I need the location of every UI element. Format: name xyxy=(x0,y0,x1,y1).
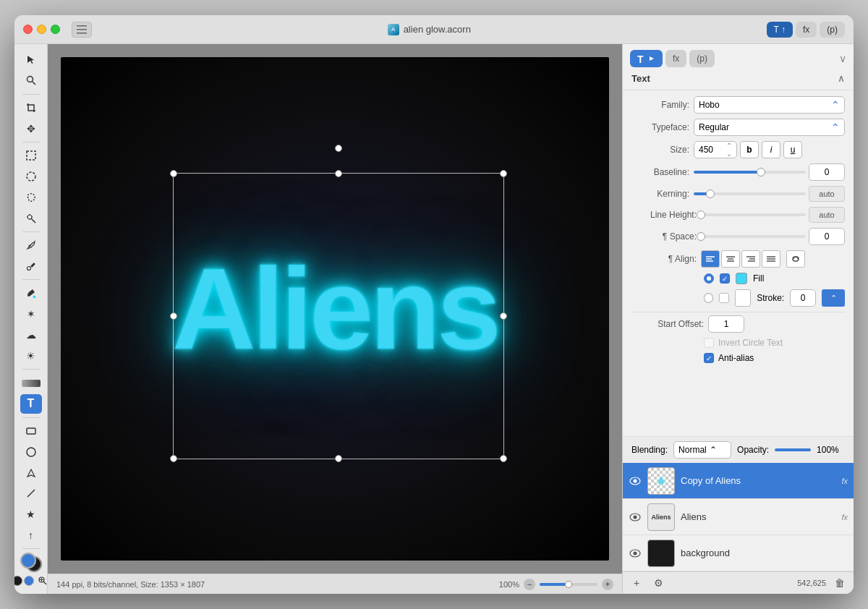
eyedropper-tool[interactable] xyxy=(20,257,42,276)
arrow-tool[interactable]: ↑ xyxy=(20,525,42,545)
sun-tool[interactable]: ☀ xyxy=(20,346,42,366)
fx-tool-button[interactable]: fx xyxy=(796,22,817,38)
pen-tool[interactable] xyxy=(20,236,42,255)
fx-panel-tab[interactable]: fx xyxy=(665,50,686,67)
zoom-out-button[interactable]: − xyxy=(524,579,535,590)
lasso-tool[interactable] xyxy=(20,187,42,207)
stroke-color-swatch[interactable] xyxy=(735,289,752,307)
link-align-button[interactable] xyxy=(786,250,805,268)
align-right-button[interactable] xyxy=(741,250,760,268)
layer-eye-background[interactable] xyxy=(629,547,642,560)
opacity-slider[interactable] xyxy=(775,448,811,451)
space-input[interactable] xyxy=(809,228,845,245)
baseline-slider[interactable] xyxy=(694,171,806,174)
svg-rect-6 xyxy=(27,151,35,160)
ellipse-select-tool[interactable] xyxy=(20,167,42,187)
background-color[interactable] xyxy=(24,576,34,586)
crop-tool[interactable] xyxy=(20,98,42,117)
zoom-slider-thumb[interactable] xyxy=(565,581,572,588)
cloud-tool[interactable]: ☁ xyxy=(20,325,42,345)
svg-point-17 xyxy=(33,295,35,298)
kerning-row: Kerning: auto xyxy=(631,186,845,202)
space-slider[interactable] xyxy=(701,235,806,238)
layer-item-aliens[interactable]: Aliens Aliens fx xyxy=(623,499,854,535)
stroke-checkbox[interactable] xyxy=(719,293,728,303)
sidebar-toggle-button[interactable] xyxy=(72,22,92,38)
type-tool[interactable]: T xyxy=(20,394,42,414)
layer-settings-button[interactable]: ⚙ xyxy=(650,575,666,591)
kerning-slider[interactable] xyxy=(694,192,806,195)
foreground-color[interactable] xyxy=(14,576,22,586)
close-button[interactable] xyxy=(23,25,33,34)
line-tool[interactable] xyxy=(20,484,42,503)
stroke-value-input[interactable] xyxy=(790,289,816,307)
maximize-button[interactable] xyxy=(51,25,60,34)
p-tool-button[interactable]: (p) xyxy=(820,22,845,38)
italic-button[interactable]: i xyxy=(762,141,780,158)
vector-pen-tool[interactable] xyxy=(20,463,42,482)
size-label: Size: xyxy=(631,145,689,155)
align-center-button[interactable] xyxy=(721,250,740,268)
handle-bottom-right[interactable] xyxy=(500,455,507,462)
p-panel-tab[interactable]: (p) xyxy=(689,50,715,67)
zoom-slider-track[interactable] xyxy=(540,583,597,586)
canvas-area[interactable]: Aliens xyxy=(48,44,622,574)
text-panel-tab[interactable]: T xyxy=(630,50,663,67)
layer-eye-aliens[interactable] xyxy=(629,511,642,524)
color-chips[interactable] xyxy=(20,553,42,572)
ellipse-tool[interactable] xyxy=(20,442,42,461)
layer-eye-copy-of-aliens[interactable] xyxy=(629,474,642,487)
lineheight-slider-thumb[interactable] xyxy=(697,210,705,219)
space-slider-thumb[interactable] xyxy=(697,232,705,241)
panel-collapse-button[interactable]: ∨ xyxy=(839,53,846,64)
bold-button[interactable]: b xyxy=(740,141,759,158)
stroke-style-dropdown[interactable]: ⌃ xyxy=(822,289,845,307)
baseline-slider-thumb[interactable] xyxy=(757,168,765,176)
handle-bottom-middle[interactable] xyxy=(335,455,342,462)
typeface-label: Typeface: xyxy=(631,122,689,132)
paint-bucket-tool[interactable] xyxy=(20,284,42,303)
family-select[interactable]: Hobo ⌃ xyxy=(694,96,845,114)
antialias-label: Anti-alias xyxy=(718,353,754,363)
text-tool-button[interactable]: T ↑ xyxy=(767,22,793,38)
heal-tool[interactable]: ✶ xyxy=(20,304,42,324)
size-stepper[interactable]: 450 ⌃⌄ xyxy=(694,141,737,158)
zoom-in-button[interactable]: + xyxy=(602,579,613,590)
zoom-tool-small[interactable] xyxy=(35,574,50,588)
align-left-button[interactable] xyxy=(701,250,720,268)
shape-tool[interactable] xyxy=(20,422,42,441)
blending-mode-select[interactable]: Normal ⌃ xyxy=(673,441,731,459)
underline-button[interactable]: u xyxy=(783,141,802,158)
fill-radio[interactable] xyxy=(704,273,714,284)
magic-wand-tool[interactable] xyxy=(20,208,42,228)
select-tool[interactable] xyxy=(20,50,42,69)
layer-item-copy-of-aliens[interactable]: A Copy of Aliens fx xyxy=(623,463,854,499)
fill-checkbox[interactable]: ✓ xyxy=(720,273,730,284)
start-offset-input[interactable] xyxy=(708,315,744,333)
right-panel: T fx (p) ∨ Text ∧ Family: xyxy=(622,44,854,594)
antialias-checkbox[interactable]: ✓ xyxy=(704,353,714,363)
gradient-tool[interactable] xyxy=(20,373,42,393)
align-justify-button[interactable] xyxy=(762,250,780,268)
delete-layer-button[interactable]: 🗑 xyxy=(832,575,848,591)
star-tool[interactable]: ★ xyxy=(20,505,42,524)
transform-tool[interactable]: ✥ xyxy=(20,119,42,138)
handle-bottom-left[interactable] xyxy=(170,455,177,462)
zoom-tool[interactable] xyxy=(20,71,42,90)
baseline-input[interactable] xyxy=(809,163,845,181)
lineheight-slider[interactable] xyxy=(701,213,806,216)
stroke-radio[interactable] xyxy=(704,293,713,303)
rectangle-select-tool[interactable] xyxy=(20,146,42,166)
add-layer-button[interactable]: + xyxy=(629,575,644,591)
typeface-select-arrow: ⌃ xyxy=(831,122,840,133)
invert-circle-checkbox[interactable] xyxy=(704,338,714,348)
fill-color-swatch[interactable] xyxy=(736,273,747,284)
kerning-slider-thumb[interactable] xyxy=(706,189,715,198)
layer-item-background[interactable]: background xyxy=(623,535,854,571)
typeface-select[interactable]: Regular ⌃ xyxy=(694,119,845,136)
text-section-chevron[interactable]: ∧ xyxy=(838,73,845,84)
handle-rotate[interactable] xyxy=(335,145,342,152)
minimize-button[interactable] xyxy=(37,25,46,34)
canvas-info-text: 144 ppi, 8 bits/channel, Size: 1353 × 18… xyxy=(56,580,205,589)
svg-line-23 xyxy=(43,582,46,584)
